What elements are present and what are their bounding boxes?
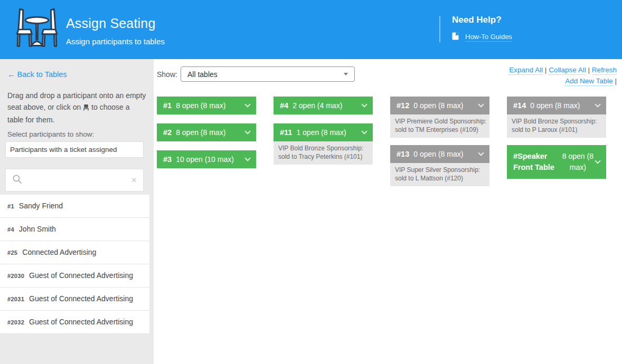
table-id: #1 [163, 101, 172, 110]
book-icon [452, 32, 459, 42]
participant-filter-select[interactable]: Participants with a ticket assigned [5, 141, 144, 158]
table-id: #4 [280, 101, 288, 110]
chevron-down-icon [361, 128, 367, 134]
clear-search-icon[interactable]: × [131, 176, 137, 185]
chevron-down-icon [361, 101, 367, 107]
header-divider [439, 16, 440, 42]
chevron-down-icon [244, 155, 250, 161]
sidebar: ← Back to Tables Drag and drop a partici… [0, 59, 154, 364]
chevron-down-icon [595, 101, 600, 107]
table-header[interactable]: #14 0 open (8 max) [507, 97, 606, 114]
table-header[interactable]: #1 8 open (8 max) [157, 97, 256, 114]
table-header[interactable]: #12 0 open (8 max) [390, 97, 489, 114]
table-card: #11 1 open (8 max) VIP Bold Bronze Spons… [274, 123, 373, 165]
need-help-title: Need Help? [452, 15, 512, 25]
participant-row[interactable]: #25Connected Advertising [0, 241, 149, 264]
back-arrow-icon: ← [7, 70, 15, 79]
refresh-link[interactable]: Refresh [592, 66, 617, 75]
chevron-down-icon [478, 150, 484, 156]
how-to-guides-link[interactable]: How-To Guides [465, 33, 512, 42]
participant-number: #2030 [7, 273, 24, 279]
table-header[interactable]: #11 1 open (8 max) [274, 123, 373, 141]
participant-list: #1Sandy Friend #4John Smith #25Connected… [0, 195, 149, 334]
main-content: Show: All tables Expand All | Collapse A… [154, 59, 622, 364]
participant-number: #1 [7, 203, 14, 209]
show-label: Show: [157, 70, 177, 79]
collapse-all-link[interactable]: Collapse All [549, 66, 586, 75]
participant-name: Connected Advertising [22, 248, 96, 256]
page-title: Assign Seating [66, 16, 165, 31]
table-id: #14 [513, 101, 526, 110]
table-card: #Speaker Front Table 8 open (8 max) [507, 145, 606, 179]
sponsorship-note: VIP Premiere Gold Sponsorship: sold to T… [390, 114, 489, 138]
table-card: #12 0 open (8 max) VIP Premiere Gold Spo… [390, 97, 489, 138]
table-status: 0 open (8 max) [413, 150, 463, 158]
participant-row[interactable]: #2032Guest of Connected Advertising [0, 311, 149, 334]
table-status: 2 open (4 max) [293, 101, 342, 110]
table-header[interactable]: #4 2 open (4 max) [274, 97, 373, 114]
table-header[interactable]: #3 10 open (10 max) [157, 150, 256, 168]
sponsorship-note: VIP Bold Bronze Sponsorship: sold to P L… [507, 114, 606, 138]
table-card: #1 8 open (8 max) [157, 97, 256, 114]
table-status: 10 open (10 max) [176, 155, 234, 164]
participant-row[interactable]: #4John Smith [0, 218, 149, 241]
table-actions: Expand All | Collapse All | Refresh Add … [509, 64, 617, 87]
table-id: #13 [397, 150, 409, 158]
participant-row[interactable]: #1Sandy Friend [0, 195, 149, 218]
table-card: #13 0 open (8 max) VIP Super Silver Spon… [390, 145, 489, 186]
participant-name: Sandy Friend [19, 202, 63, 210]
chevron-down-icon [595, 158, 600, 164]
table-chairs-icon [14, 6, 60, 54]
table-status: 0 open (8 max) [413, 101, 463, 110]
search-input[interactable] [27, 176, 131, 185]
table-card: #3 10 open (10 max) [157, 150, 256, 168]
tables-grid: #1 8 open (8 max) #2 8 open (8 max) #3 1… [157, 97, 606, 195]
participant-name: Guest of Connected Advertising [29, 318, 133, 326]
table-card: #2 8 open (8 max) [157, 123, 256, 141]
table-status: 1 open (8 max) [296, 128, 346, 137]
participant-number: #2031 [7, 296, 24, 302]
table-id: #12 [397, 101, 409, 110]
participant-row[interactable]: #2031Guest of Connected Advertising [0, 288, 149, 311]
table-card: #4 2 open (4 max) [274, 97, 373, 114]
page-subtitle: Assign participants to tables [66, 37, 165, 46]
app-header: Assign Seating Assign participants to ta… [0, 0, 622, 59]
seat-icon [83, 102, 89, 114]
participant-search-box[interactable]: × [5, 169, 144, 191]
show-tables-select[interactable]: All tables [181, 66, 355, 82]
table-id: #2 [163, 128, 172, 137]
table-id: #11 [280, 128, 292, 137]
table-id: #3 [163, 155, 172, 164]
participant-row[interactable]: #2030Guest of Connected Advertising [0, 264, 149, 288]
participant-name: Guest of Connected Advertising [29, 271, 133, 280]
instructions-text: Drag and drop a participant onto an empt… [7, 90, 147, 126]
expand-all-link[interactable]: Expand All [509, 66, 543, 75]
participant-number: #25 [7, 250, 17, 256]
participant-name: John Smith [19, 225, 56, 233]
add-new-table-link[interactable]: Add New Table [565, 77, 613, 86]
participant-number: #4 [7, 226, 14, 233]
chevron-down-icon [244, 101, 250, 107]
chevron-down-icon [244, 128, 250, 134]
table-id: #Speaker Front Table [513, 151, 556, 173]
table-status: 8 open (8 max) [176, 101, 225, 110]
table-status: 8 open (8 max) [176, 128, 225, 137]
sponsorship-note: VIP Bold Bronze Sponsorship: sold to Tra… [274, 141, 373, 165]
chevron-down-icon [478, 101, 484, 107]
table-header[interactable]: #Speaker Front Table 8 open (8 max) [507, 145, 606, 179]
filter-selected-value: Participants with a ticket assigned [10, 146, 117, 154]
back-to-tables-link[interactable]: ← Back to Tables [7, 70, 67, 79]
sponsorship-note: VIP Super Silver Sponsorship: sold to L … [390, 163, 489, 186]
show-selected-value: All tables [187, 70, 218, 79]
table-status: 0 open (8 max) [530, 101, 580, 110]
chevron-down-icon [344, 73, 348, 75]
table-status: 8 open (8 max) [560, 151, 596, 173]
search-icon [12, 174, 22, 186]
table-header[interactable]: #13 0 open (8 max) [390, 145, 489, 163]
table-card: #14 0 open (8 max) VIP Bold Bronze Spons… [507, 97, 606, 138]
filter-label: Select participants to show: [7, 130, 94, 138]
participant-number: #2032 [7, 319, 24, 325]
table-header[interactable]: #2 8 open (8 max) [157, 123, 256, 141]
participant-name: Guest of Connected Advertising [29, 294, 133, 303]
